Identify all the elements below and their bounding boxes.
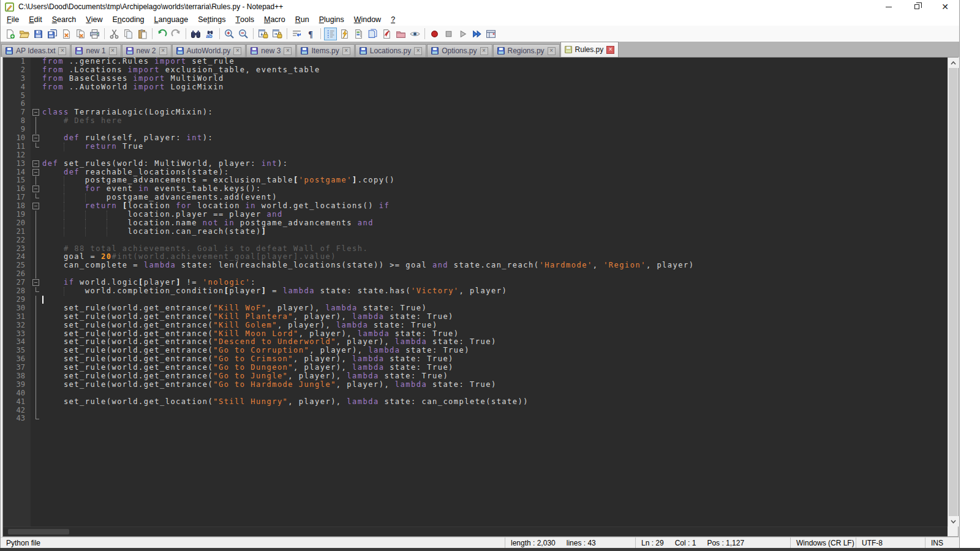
code-line[interactable]: 33 set_rule(world.get_entrance("Kill Moo…	[3, 330, 948, 339]
redo-button[interactable]	[170, 28, 183, 40]
code-line[interactable]: 35 set_rule(world.get_entrance("Go to Co…	[3, 347, 948, 355]
code-line[interactable]: 43	[3, 414, 948, 423]
document-list-button[interactable]	[366, 28, 379, 40]
tab-close-icon[interactable]: ×	[480, 47, 488, 55]
menu-item-tools[interactable]: Tools	[230, 13, 259, 26]
vertical-scrollbar[interactable]	[948, 58, 958, 527]
monitoring-button[interactable]	[409, 28, 421, 40]
tab-new-1[interactable]: new 1×	[71, 44, 121, 57]
file-edit-button[interactable]	[380, 28, 393, 40]
menu-item-edit[interactable]: Edit	[24, 13, 47, 26]
code-line[interactable]: 19 location.player == player and	[3, 211, 948, 219]
tab-regions-py[interactable]: Regions.py×	[493, 44, 560, 57]
code-line[interactable]: 39 set_rule(world.get_entrance("Go to Ha…	[3, 381, 948, 389]
code-line[interactable]: 10 def rule(self, player: int):	[3, 134, 948, 143]
macro-play-button[interactable]	[456, 28, 469, 40]
fold-marker-icon[interactable]	[31, 160, 41, 168]
code-line[interactable]: 3from BaseClasses import MultiWorld	[3, 75, 948, 83]
macro-stop-button[interactable]	[442, 28, 455, 40]
tab-locations-py[interactable]: Locations.py×	[355, 44, 426, 57]
tab-close-icon[interactable]: ×	[159, 47, 167, 55]
code-line[interactable]: 34 set_rule(world.get_entrance("Descend …	[3, 338, 948, 347]
open-file-button[interactable]	[18, 28, 31, 40]
function-list-button[interactable]	[338, 28, 351, 40]
fold-marker-icon[interactable]	[31, 202, 41, 211]
scroll-down-icon[interactable]	[948, 516, 959, 527]
replace-button[interactable]: ab	[203, 28, 216, 40]
code-line[interactable]: 17 postgame_advancements.add(event)	[3, 193, 948, 202]
tab-new-3[interactable]: new 3×	[246, 44, 296, 57]
save-all-button[interactable]	[46, 28, 59, 40]
fold-marker-icon[interactable]	[31, 168, 41, 177]
menu-item-plugins[interactable]: Plugins	[314, 13, 349, 26]
code-line[interactable]: 18 return [location for location in worl…	[3, 202, 948, 211]
menu-item-file[interactable]: File	[2, 13, 24, 26]
status-eol-format[interactable]: Windows (CR LF)	[790, 538, 856, 548]
code-line[interactable]: 13def set_rules(world: MultiWorld, playe…	[3, 160, 948, 168]
code-line[interactable]: 31 set_rule(world.get_entrance("Kill Pla…	[3, 313, 948, 321]
cut-button[interactable]	[108, 28, 121, 40]
code-line[interactable]: 1from ..generic.Rules import set_rule	[3, 58, 948, 66]
code-line[interactable]: 5	[3, 92, 948, 100]
code-line[interactable]: 7class TerrariaLogic(LogicMixin):	[3, 108, 948, 117]
code-line[interactable]: 2from .Locations import exclusion_table,…	[3, 66, 948, 75]
menu-item-run[interactable]: Run	[290, 13, 314, 26]
code-line[interactable]: 38 set_rule(world.get_entrance("Go to Ju…	[3, 372, 948, 381]
macro-record-button[interactable]	[428, 28, 441, 40]
code-line[interactable]: 20 location.name not in postgame_advance…	[3, 219, 948, 228]
code-line[interactable]: 25 can_complete = lambda state: len(reac…	[3, 261, 948, 270]
code-line[interactable]: 22	[3, 236, 948, 245]
code-line[interactable]: 29	[3, 296, 948, 304]
code-line[interactable]: 32 set_rule(world.get_entrance("Kill Gol…	[3, 321, 948, 330]
restore-button[interactable]	[903, 0, 931, 13]
code-line[interactable]: 27 if world.logic[player] != 'nologic':	[3, 279, 948, 287]
folder-as-workspace-button[interactable]	[394, 28, 407, 40]
menu-item-view[interactable]: View	[81, 13, 107, 26]
code-line[interactable]: 6	[3, 100, 948, 108]
code-line[interactable]: 21 location.can_reach(state)]	[3, 228, 948, 236]
code-line[interactable]: 40	[3, 389, 948, 398]
status-insert-mode[interactable]: INS	[925, 538, 959, 548]
code-line[interactable]: 28 world.completion_condition[player] = …	[3, 287, 948, 296]
undo-button[interactable]	[156, 28, 168, 40]
status-encoding[interactable]: UTF-8	[856, 538, 925, 548]
save-file-button[interactable]	[32, 28, 45, 40]
zoom-in-button[interactable]	[223, 28, 236, 40]
menu-item-macro[interactable]: Macro	[259, 13, 290, 26]
code-line[interactable]: 37 set_rule(world.get_entrance("Go to Du…	[3, 364, 948, 372]
code-line[interactable]: 24 goal = 20#int(world.achievement_goal[…	[3, 253, 948, 261]
paste-button[interactable]	[136, 28, 149, 40]
code-line[interactable]: 30 set_rule(world.get_entrance("Kill WoF…	[3, 304, 948, 313]
print-button[interactable]	[88, 28, 101, 40]
tab-close-icon[interactable]: ×	[606, 46, 614, 54]
code-line[interactable]: 15 postgame_advancements = exclusion_tab…	[3, 176, 948, 185]
find-button[interactable]	[189, 28, 202, 40]
show-indent-guide-button[interactable]	[324, 28, 337, 40]
menu-item-encoding[interactable]: Encoding	[107, 13, 149, 26]
fold-marker-icon[interactable]	[31, 279, 41, 287]
minimize-button[interactable]	[875, 0, 903, 13]
code-line[interactable]: 41 set_rule(world.get_location("Still Hu…	[3, 398, 948, 407]
menu-item-help[interactable]: ?	[386, 13, 400, 26]
horizontal-scrollbar[interactable]	[3, 527, 948, 536]
word-wrap-button[interactable]	[290, 28, 303, 40]
tab-options-py[interactable]: Options.py×	[427, 44, 492, 57]
copy-button[interactable]	[122, 28, 135, 40]
code-line[interactable]: 14 def reachable_locations(state):	[3, 168, 948, 177]
code-line[interactable]: 12	[3, 151, 948, 160]
close-button[interactable]: ✕	[931, 0, 959, 13]
tab-close-icon[interactable]: ×	[342, 47, 350, 55]
macro-run-multiple-button[interactable]	[470, 28, 483, 40]
tab-close-icon[interactable]: ×	[548, 47, 556, 55]
sync-vertical-scroll-button[interactable]	[257, 28, 270, 40]
menu-item-language[interactable]: Language	[149, 13, 194, 26]
menu-item-settings[interactable]: Settings	[193, 13, 230, 26]
code-line[interactable]: 9	[3, 126, 948, 134]
horizontal-scrollbar-thumb[interactable]	[8, 529, 69, 534]
code-line[interactable]: 16 for event in events_table.keys():	[3, 185, 948, 193]
code-line[interactable]: 36 set_rule(world.get_entrance("Go to Cr…	[3, 355, 948, 364]
code-line[interactable]: 11 return True	[3, 143, 948, 151]
scroll-up-icon[interactable]	[948, 58, 959, 68]
show-all-characters-button[interactable]: ¶	[304, 28, 317, 40]
tab-items-py[interactable]: Items.py×	[296, 44, 354, 57]
